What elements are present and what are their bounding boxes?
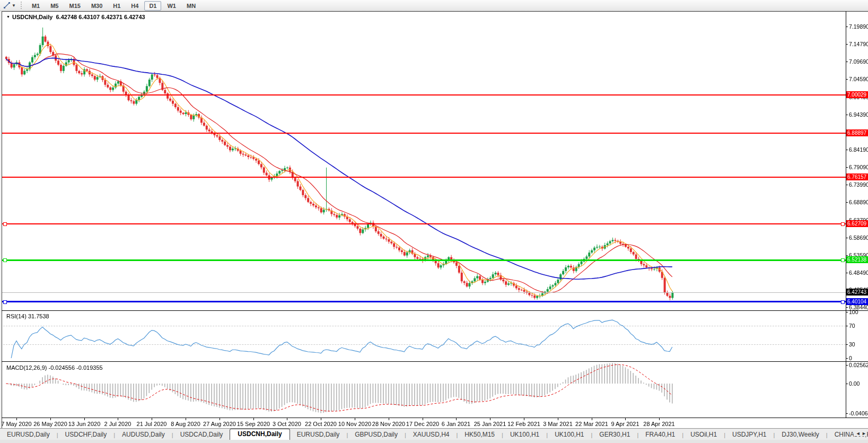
- date-tick-mark: [659, 418, 660, 420]
- date-tick-label: 3 Mar 2021: [543, 421, 573, 427]
- horizontal-line-6.76157[interactable]: [2, 177, 846, 178]
- date-tick-label: 6 Jan 2021: [442, 421, 470, 427]
- chart-symbol-period: USDCNH,Daily: [12, 14, 52, 20]
- chart-ohlc-header: ▼USDCNH,Daily 6.42748 6.43107 6.42371 6.…: [6, 14, 145, 20]
- mt4-application: ▼ M1M5M15M30H1H4D1W1MN ▼USDCNH,Daily 6.4…: [0, 0, 868, 443]
- line-handle[interactable]: [3, 222, 7, 226]
- date-tick-label: 8 Aug 2020: [171, 421, 200, 427]
- date-tick-mark: [456, 418, 457, 420]
- line-price-label-6.88897: 6.88897: [846, 129, 868, 136]
- date-tick-mark: [186, 418, 186, 420]
- price-tick-label: 7.09690: [849, 58, 868, 65]
- date-tick-mark: [355, 418, 355, 420]
- date-tick-mark: [490, 418, 490, 420]
- date-tick-label: 28 Apr 2021: [643, 421, 674, 427]
- price-tick-label: 7.19890: [849, 23, 868, 30]
- main-rsi-divider[interactable]: [2, 310, 868, 311]
- date-tick-label: 26 May 2020: [33, 421, 67, 427]
- tab-scroll-arrows: ◄ ►: [854, 431, 866, 436]
- date-tick-label: 25 Jan 2021: [474, 421, 506, 427]
- date-tick-mark: [253, 418, 254, 420]
- line-handle[interactable]: [3, 300, 7, 304]
- line-price-label-6.52138: 6.52138: [846, 256, 868, 263]
- line-price-label-7.00029: 7.00029: [846, 91, 868, 98]
- date-tick-label: 27 Aug 2020: [203, 421, 236, 427]
- date-tick-mark: [592, 418, 592, 420]
- date-tick-mark: [321, 418, 321, 420]
- date-tick-mark: [152, 418, 152, 420]
- ohlc-low: 6.42371: [101, 14, 122, 20]
- rsi-tick-label: 0: [849, 355, 852, 361]
- horizontal-line-6.52138[interactable]: [2, 259, 846, 261]
- date-tick-mark: [287, 418, 287, 420]
- date-tick-label: 17 Dec 2020: [406, 421, 439, 427]
- horizontal-line-7.00029[interactable]: [2, 94, 846, 95]
- horizontal-line-6.88897[interactable]: [2, 133, 846, 134]
- date-tick-label: 3 Oct 2020: [273, 421, 301, 427]
- date-tick-label: 12 Feb 2021: [507, 421, 540, 427]
- ohlc-close: 6.42743: [124, 14, 145, 20]
- rsi-tick-label: 100: [849, 309, 858, 315]
- price-axis-border: [846, 11, 846, 418]
- rsi-indicator-label: RSI(14) 31.7538: [6, 313, 49, 319]
- line-price-label-6.40104: 6.40104: [846, 298, 868, 305]
- ohlc-high: 6.43107: [78, 14, 100, 20]
- line-price-label-6.76157: 6.76157: [846, 173, 868, 180]
- price-tick-label: 6.48490: [849, 270, 868, 276]
- price-tick-label: 7.14790: [849, 41, 868, 47]
- date-tick-mark: [16, 418, 17, 420]
- macd-dateaxis-divider: [2, 418, 868, 418]
- date-tick-mark: [389, 418, 389, 420]
- price-chart-canvas[interactable]: [0, 0, 868, 443]
- date-tick-mark: [220, 418, 220, 420]
- price-tick-label: 6.58690: [849, 234, 868, 241]
- date-tick-mark: [625, 418, 626, 420]
- date-tick-label: 21 Jul 2020: [137, 421, 167, 427]
- price-tick-label: 6.68890: [849, 199, 868, 205]
- date-tick-label: 22 Mar 2021: [575, 421, 608, 427]
- horizontal-line-6.40104[interactable]: [2, 301, 846, 302]
- tab-scroll-right-icon[interactable]: ►: [862, 431, 866, 436]
- date-tick-label: 7 May 2020: [1, 421, 31, 427]
- ohlc-open: 6.42748: [56, 14, 77, 20]
- rsi-tick-label: 30: [849, 341, 855, 348]
- date-tick-label: 2 Jul 2020: [104, 421, 131, 427]
- price-tick-label: 7.04590: [849, 76, 868, 82]
- date-tick-label: 15 Sep 2020: [237, 421, 270, 427]
- date-tick-mark: [50, 418, 51, 420]
- rsi-tick-label: 70: [849, 323, 855, 329]
- date-tick-mark: [558, 418, 558, 420]
- date-tick-mark: [423, 418, 423, 420]
- line-handle[interactable]: [841, 300, 845, 304]
- macd-tick-label: -0.04068: [849, 410, 868, 416]
- price-tick-label: 6.79090: [849, 164, 868, 170]
- horizontal-line-6.62709[interactable]: [2, 223, 846, 224]
- date-tick-mark: [524, 418, 524, 420]
- date-tick-mark: [118, 418, 118, 420]
- date-tick-label: 28 Nov 2020: [372, 421, 405, 427]
- macd-tick-label: 0.00: [849, 380, 860, 387]
- chart-header-dropdown-icon[interactable]: ▼: [6, 15, 10, 19]
- line-price-label-6.62709: 6.62709: [846, 220, 868, 227]
- macd-indicator-label: MACD(12,26,9) -0.024556 -0.019355: [6, 364, 103, 371]
- tab-scroll-left-icon[interactable]: ◄: [856, 431, 861, 436]
- rsi-macd-divider[interactable]: [2, 361, 868, 362]
- line-handle[interactable]: [841, 258, 845, 262]
- price-tick-label: 6.94390: [849, 111, 868, 118]
- date-tick-label: 9 Apr 2021: [611, 421, 639, 427]
- current-price-label: 6.42743: [846, 289, 868, 296]
- current-price-line: [2, 292, 846, 293]
- line-handle[interactable]: [841, 222, 845, 226]
- price-tick-label: 6.84190: [849, 146, 868, 153]
- macd-tick-label: 0.025623: [849, 362, 868, 368]
- line-handle[interactable]: [3, 258, 7, 262]
- date-tick-mark: [84, 418, 85, 420]
- price-tick-label: 6.73990: [849, 181, 868, 188]
- date-tick-label: 22 Oct 2020: [305, 421, 337, 427]
- date-tick-label: 13 Jun 2020: [68, 421, 101, 427]
- date-tick-label: 10 Nov 2020: [338, 421, 371, 427]
